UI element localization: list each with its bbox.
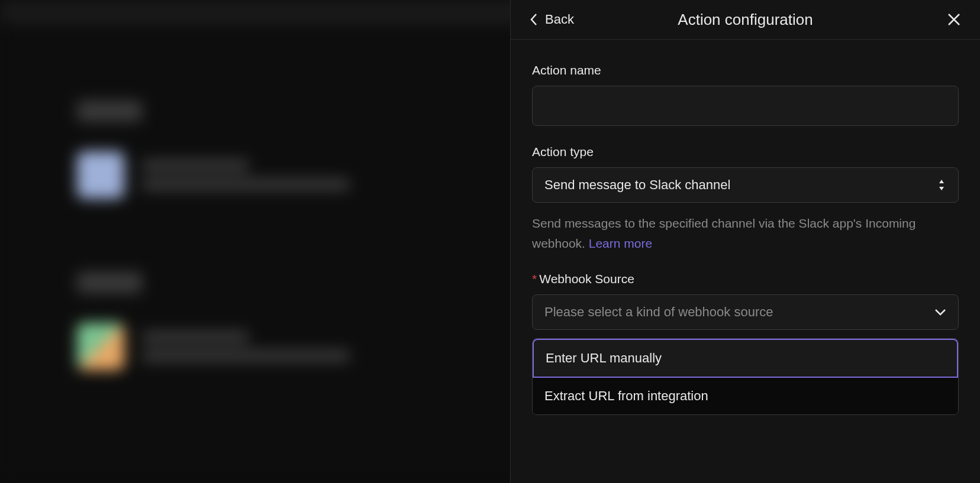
webhook-source-dropdown: Enter URL manually Extract URL from inte… (532, 338, 959, 415)
action-type-helper: Send messages to the specified channel v… (532, 213, 959, 253)
webhook-source-field-group: *Webhook Source Please select a kind of … (532, 272, 959, 415)
chevron-left-icon (530, 13, 538, 26)
dropdown-option-integration[interactable]: Extract URL from integration (533, 378, 958, 414)
action-type-field-group: Action type Send message to Slack channe… (532, 145, 959, 203)
back-label: Back (545, 12, 574, 27)
chevron-down-icon (934, 308, 946, 316)
dropdown-option-manual[interactable]: Enter URL manually (533, 339, 958, 378)
panel-body: Action name Action type Send message to … (511, 40, 980, 439)
back-button[interactable]: Back (530, 12, 574, 27)
webhook-source-select[interactable]: Please select a kind of webhook source (532, 294, 959, 330)
action-name-input[interactable] (532, 86, 959, 126)
close-icon (947, 12, 961, 27)
webhook-source-placeholder: Please select a kind of webhook source (544, 304, 773, 320)
action-type-label: Action type (532, 145, 959, 159)
svg-marker-2 (939, 180, 944, 183)
action-configuration-panel: Back Action configuration Action name Ac… (510, 0, 980, 483)
required-asterisk: * (532, 272, 537, 286)
action-type-select[interactable]: Send message to Slack channel (532, 167, 959, 203)
close-button[interactable] (947, 12, 961, 27)
action-name-label: Action name (532, 63, 959, 77)
action-type-value: Send message to Slack channel (544, 177, 730, 193)
expand-icon (937, 178, 946, 192)
svg-marker-3 (939, 187, 944, 190)
panel-title: Action configuration (678, 11, 813, 29)
panel-header: Back Action configuration (511, 0, 980, 40)
action-name-field-group: Action name (532, 63, 959, 126)
learn-more-link[interactable]: Learn more (589, 236, 652, 250)
webhook-source-label: *Webhook Source (532, 272, 959, 286)
